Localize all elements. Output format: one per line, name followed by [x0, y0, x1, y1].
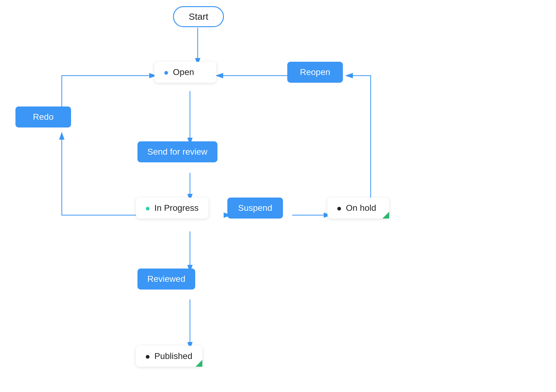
send-for-review-node: Send for review	[137, 141, 217, 162]
open-dot	[164, 71, 168, 75]
on-hold-state: On hold	[327, 198, 389, 219]
open-state: Open	[154, 62, 216, 83]
published-corner	[196, 360, 202, 367]
reopen-node: Reopen	[287, 62, 343, 83]
suspend-action: Suspend	[227, 198, 283, 219]
open-label: Open	[173, 67, 194, 77]
published-node: Published	[136, 346, 202, 367]
in-progress-state: In Progress	[136, 198, 208, 219]
published-dot	[146, 355, 150, 359]
on-hold-corner	[382, 212, 389, 219]
connections-svg	[0, 0, 556, 392]
published-label: Published	[154, 351, 192, 361]
on-hold-node: On hold	[327, 198, 389, 219]
redo-node: Redo	[15, 106, 71, 127]
reopen-action: Reopen	[287, 62, 343, 83]
suspend-node: Suspend	[227, 198, 283, 219]
on-hold-dot	[337, 207, 341, 211]
in-progress-dot	[146, 207, 150, 211]
send-for-review-action: Send for review	[137, 141, 217, 162]
redo-action: Redo	[15, 106, 71, 127]
open-node: Open	[154, 62, 216, 83]
start-node: Start	[173, 6, 224, 27]
reviewed-action: Reviewed	[137, 269, 195, 290]
published-state: Published	[136, 346, 202, 367]
start-label: Start	[173, 6, 224, 27]
diagram-container: Start Open Send for review Redo In Progr…	[0, 0, 556, 392]
reviewed-node: Reviewed	[137, 269, 195, 290]
on-hold-label: On hold	[346, 203, 376, 213]
in-progress-node: In Progress	[136, 198, 208, 219]
in-progress-label: In Progress	[154, 203, 199, 213]
